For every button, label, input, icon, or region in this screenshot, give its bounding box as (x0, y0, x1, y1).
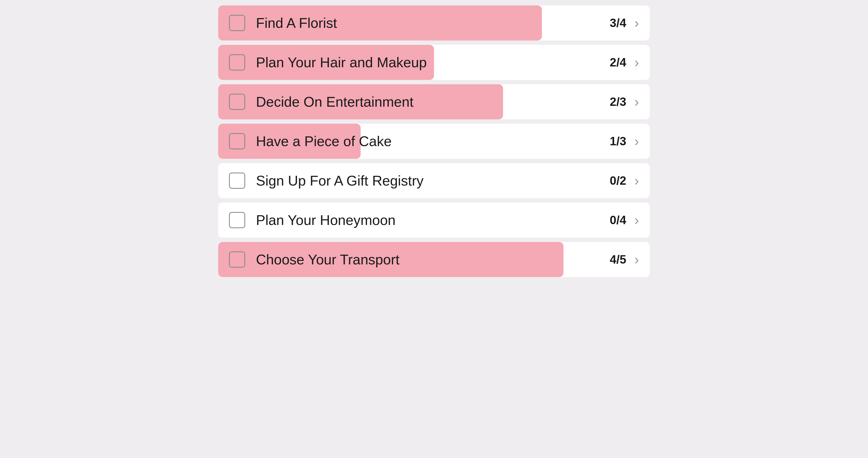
item-badge-piece-of-cake: 1/3 (610, 135, 626, 148)
checkbox-plan-hair-makeup[interactable] (229, 54, 245, 70)
item-label-find-florist: Find A Florist (256, 15, 610, 31)
item-badge-plan-honeymoon: 0/4 (610, 213, 626, 227)
chevron-right-icon-piece-of-cake: › (634, 133, 639, 149)
checklist-item-plan-hair-makeup[interactable]: Plan Your Hair and Makeup2/4› (218, 45, 650, 80)
item-badge-find-florist: 3/4 (610, 16, 626, 30)
chevron-right-icon-gift-registry: › (634, 173, 639, 189)
checklist-item-decide-entertainment[interactable]: Decide On Entertainment2/3› (218, 84, 650, 119)
item-label-decide-entertainment: Decide On Entertainment (256, 94, 610, 110)
chevron-right-icon-plan-honeymoon: › (634, 212, 639, 228)
checkbox-find-florist[interactable] (229, 15, 245, 31)
chevron-right-icon-decide-entertainment: › (634, 94, 639, 110)
chevron-right-icon-plan-hair-makeup: › (634, 54, 639, 70)
checklist-item-piece-of-cake[interactable]: Have a Piece of Cake1/3› (218, 124, 650, 159)
item-label-gift-registry: Sign Up For A Gift Registry (256, 173, 610, 189)
chevron-right-icon-choose-transport: › (634, 251, 639, 268)
checkbox-decide-entertainment[interactable] (229, 94, 245, 110)
checkbox-gift-registry[interactable] (229, 173, 245, 189)
item-badge-choose-transport: 4/5 (610, 253, 626, 266)
checklist: Find A Florist3/4›Plan Your Hair and Mak… (218, 5, 650, 277)
checkbox-piece-of-cake[interactable] (229, 133, 245, 149)
chevron-right-icon-find-florist: › (634, 15, 639, 31)
item-label-choose-transport: Choose Your Transport (256, 251, 610, 268)
item-label-piece-of-cake: Have a Piece of Cake (256, 133, 610, 149)
item-badge-decide-entertainment: 2/3 (610, 95, 626, 109)
checklist-item-find-florist[interactable]: Find A Florist3/4› (218, 5, 650, 40)
item-badge-gift-registry: 0/2 (610, 174, 626, 188)
checklist-item-gift-registry[interactable]: Sign Up For A Gift Registry0/2› (218, 163, 650, 198)
checklist-item-plan-honeymoon[interactable]: Plan Your Honeymoon0/4› (218, 203, 650, 238)
item-label-plan-honeymoon: Plan Your Honeymoon (256, 212, 610, 228)
checkbox-plan-honeymoon[interactable] (229, 212, 245, 228)
item-label-plan-hair-makeup: Plan Your Hair and Makeup (256, 54, 610, 70)
checklist-item-choose-transport[interactable]: Choose Your Transport4/5› (218, 242, 650, 277)
item-badge-plan-hair-makeup: 2/4 (610, 56, 626, 69)
checkbox-choose-transport[interactable] (229, 251, 245, 268)
